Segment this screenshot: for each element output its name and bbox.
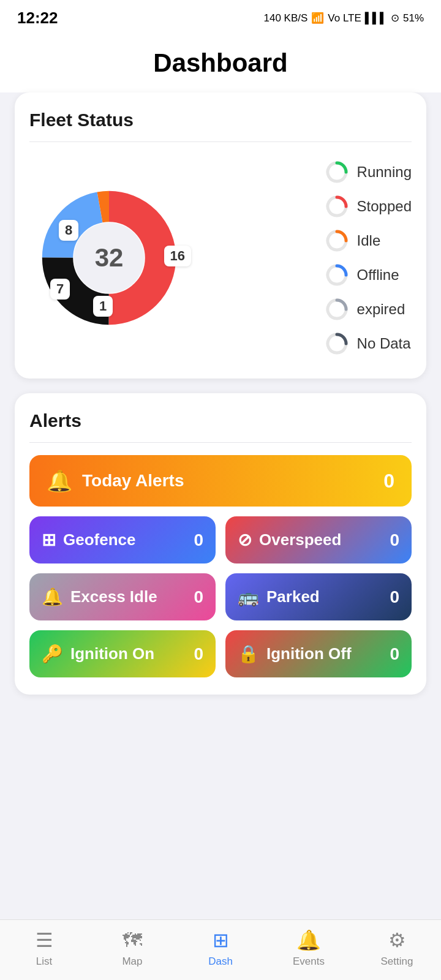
map-icon: 🗺	[123, 929, 142, 952]
ignition-on-button[interactable]: 🔑 Ignition On 0	[29, 630, 216, 677]
dash-icon: ⊞	[213, 929, 229, 952]
fleet-content: 32 8 16 7 1 Running	[29, 154, 412, 361]
donut-total: 32	[95, 243, 124, 273]
alerts-title: Alerts	[29, 410, 412, 431]
fleet-status-card: Fleet Status 32	[15, 92, 426, 379]
ignition-off-count: 0	[390, 644, 399, 664]
legend-stopped-label: Stopped	[357, 198, 412, 215]
seg-label-idle: 1	[93, 296, 113, 317]
status-time: 12:22	[17, 9, 58, 28]
nav-dash-label: Dash	[208, 956, 233, 968]
main-content: Dashboard Fleet Status	[0, 31, 441, 783]
legend-idle: Idle	[325, 229, 412, 252]
nav-list-label: List	[36, 956, 52, 968]
excess-idle-label: Excess Idle	[70, 587, 157, 606]
nav-dash[interactable]: ⊞ Dash	[193, 929, 248, 968]
today-btn-left: 🔔 Today Alerts	[47, 469, 184, 493]
status-bar: 12:22 140 KB/S 📶 Vo LTE ▌▌▌ ⊙ 51%	[0, 0, 441, 31]
legend-expired: expired	[325, 298, 412, 321]
bottom-nav: ☰ List 🗺 Map ⊞ Dash 🔔 Events ⚙ Setting	[0, 919, 441, 980]
legend-nodata-label: No Data	[357, 335, 411, 352]
parked-button[interactable]: 🚌 Parked 0	[225, 573, 412, 620]
excess-idle-count: 0	[194, 587, 203, 607]
alert-row-3: 🔑 Ignition On 0 🔒 Ignition Off 0	[29, 630, 412, 677]
nodata-icon	[325, 332, 349, 355]
alerts-divider	[29, 442, 412, 443]
ignition-off-button[interactable]: 🔒 Ignition Off 0	[225, 630, 412, 677]
alerts-card: Alerts 🔔 Today Alerts 0 ⊞ Geofence 0	[15, 393, 426, 695]
ignition-on-label: Ignition On	[70, 644, 154, 663]
overspeed-icon: ⊘	[238, 530, 252, 550]
legend-running: Running	[325, 160, 412, 184]
today-alert-count: 0	[383, 470, 394, 492]
setting-icon: ⚙	[388, 929, 406, 952]
legend-running-label: Running	[357, 164, 412, 181]
fleet-legend: Running Stopped Idle	[315, 160, 412, 355]
battery-pct: 51%	[403, 12, 424, 24]
ignition-on-btn-left: 🔑 Ignition On	[42, 644, 154, 664]
nav-setting[interactable]: ⚙ Setting	[369, 929, 424, 968]
geofence-button[interactable]: ⊞ Geofence 0	[29, 516, 216, 564]
nav-list[interactable]: ☰ List	[17, 929, 72, 968]
list-icon: ☰	[36, 929, 53, 952]
donut-chart: 32 8 16 7 1	[36, 184, 183, 331]
alert-row-2: 🔔 Excess Idle 0 🚌 Parked 0	[29, 573, 412, 620]
legend-stopped: Stopped	[325, 195, 412, 218]
fleet-divider	[29, 141, 412, 142]
running-icon	[325, 160, 349, 184]
nav-events[interactable]: 🔔 Events	[281, 929, 336, 968]
geofence-icon: ⊞	[42, 530, 56, 550]
wifi-icon: 📶	[311, 12, 324, 24]
geofence-btn-left: ⊞ Geofence	[42, 530, 136, 550]
events-icon: 🔔	[296, 929, 321, 952]
seg-label-running: 16	[164, 246, 191, 266]
legend-offline: Offline	[325, 263, 412, 287]
today-alert-label: Today Alerts	[82, 471, 184, 491]
geofence-count: 0	[194, 530, 203, 550]
overspeed-label: Overspeed	[259, 530, 341, 549]
today-alerts-button[interactable]: 🔔 Today Alerts 0	[29, 455, 412, 507]
nav-map-label: Map	[122, 956, 142, 968]
ignition-on-icon: 🔑	[42, 644, 63, 664]
stopped-icon	[325, 195, 349, 218]
ignition-off-btn-left: 🔒 Ignition Off	[238, 644, 352, 664]
overspeed-button[interactable]: ⊘ Overspeed 0	[225, 516, 412, 564]
excess-idle-icon: 🔔	[42, 587, 63, 607]
overspeed-count: 0	[390, 530, 399, 550]
excess-idle-button[interactable]: 🔔 Excess Idle 0	[29, 573, 216, 620]
signal-icon: ▌▌▌	[365, 12, 387, 24]
battery-icon: ⊙	[391, 12, 399, 24]
idle-icon	[325, 229, 349, 252]
excess-idle-btn-left: 🔔 Excess Idle	[42, 587, 157, 607]
legend-expired-label: expired	[357, 301, 405, 318]
alert-row-1: ⊞ Geofence 0 ⊘ Overspeed 0	[29, 516, 412, 564]
parked-count: 0	[390, 587, 399, 607]
status-icons: 140 KB/S 📶 Vo LTE ▌▌▌ ⊙ 51%	[264, 12, 424, 24]
parked-icon: 🚌	[238, 587, 259, 607]
seg-label-offline: 7	[50, 279, 70, 300]
ignition-off-label: Ignition Off	[266, 644, 352, 663]
alerts-grid: 🔔 Today Alerts 0 ⊞ Geofence 0 ⊘	[29, 455, 412, 677]
lte-icon: Vo LTE	[328, 12, 361, 24]
parked-btn-left: 🚌 Parked	[238, 587, 320, 607]
network-speed: 140 KB/S	[264, 12, 308, 24]
nav-events-label: Events	[293, 956, 325, 968]
offline-icon	[325, 263, 349, 287]
seg-label-stopped: 8	[59, 220, 78, 241]
legend-offline-label: Offline	[357, 266, 399, 284]
page-title: Dashboard	[0, 31, 441, 92]
legend-idle-label: Idle	[357, 232, 381, 249]
fleet-status-title: Fleet Status	[29, 110, 412, 130]
parked-label: Parked	[266, 587, 320, 606]
nav-map[interactable]: 🗺 Map	[105, 929, 160, 968]
today-alert-icon: 🔔	[47, 469, 72, 493]
nav-setting-label: Setting	[381, 956, 413, 968]
overspeed-btn-left: ⊘ Overspeed	[238, 530, 341, 550]
expired-icon	[325, 298, 349, 321]
ignition-off-icon: 🔒	[238, 644, 259, 664]
legend-nodata: No Data	[325, 332, 412, 355]
geofence-label: Geofence	[63, 530, 136, 549]
ignition-on-count: 0	[194, 644, 203, 664]
